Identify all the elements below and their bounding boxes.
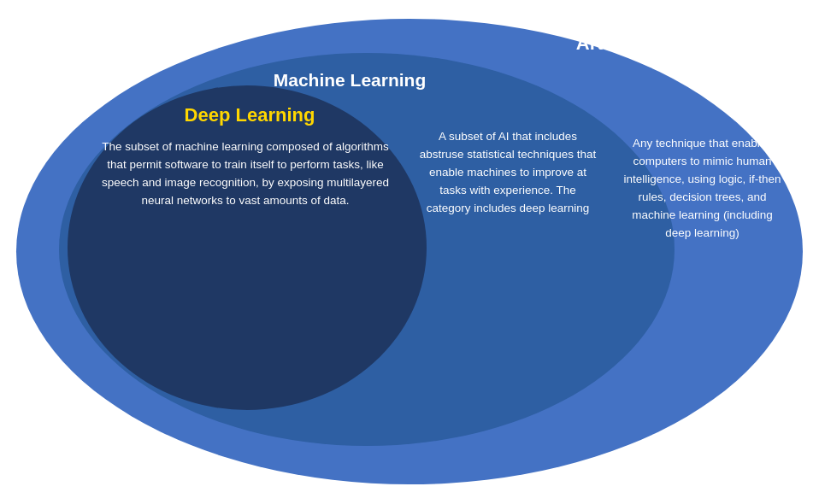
dl-description-text: The subset of machine learning composed … (74, 138, 416, 210)
ml-description-text: A subset of AI that includes abstruse st… (418, 128, 598, 218)
ai-description-text: Any technique that enables computers to … (619, 135, 786, 243)
diagram-container: Artificial Intelligence Machine Learning… (8, 9, 811, 495)
dl-title: Deep Learning (83, 104, 416, 126)
ai-title: Artificial Intelligence (576, 32, 760, 55)
ml-title: Machine Learning (221, 70, 478, 91)
dl-ellipse (68, 85, 427, 410)
